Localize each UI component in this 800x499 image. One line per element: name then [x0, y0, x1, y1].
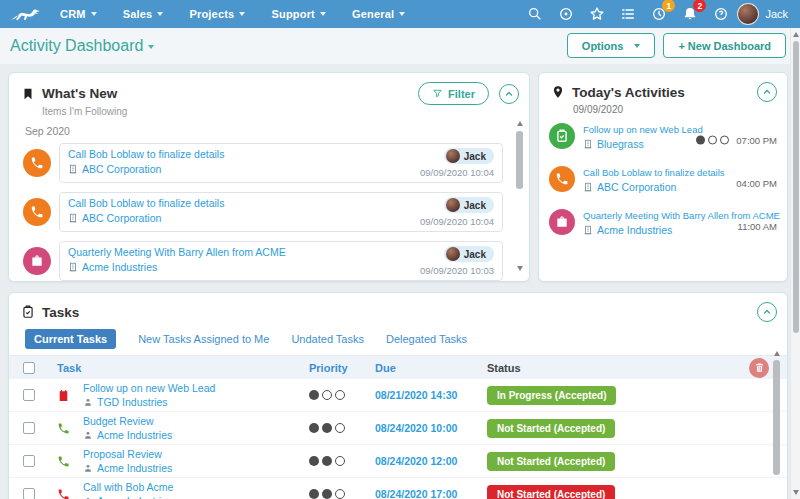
- activity-company[interactable]: Acme Industries: [597, 224, 672, 236]
- tab-delegated-tasks[interactable]: Delegated Tasks: [386, 333, 467, 345]
- activity-company[interactable]: ABC Corporation: [597, 181, 676, 193]
- activity-time: 04:00 PM: [736, 178, 777, 189]
- feed-card[interactable]: Quarterly Meeting With Barry Allen from …: [59, 241, 503, 281]
- task-row[interactable]: Proposal Review Acme Industries 08/24/20…: [9, 445, 787, 478]
- task-company[interactable]: Acme Industries: [97, 429, 172, 441]
- user-pill[interactable]: Jack: [444, 148, 494, 164]
- options-button-label: Options: [582, 40, 624, 52]
- activity-item[interactable]: Quarterly Meeting With Barry Allen from …: [549, 207, 777, 245]
- activity-item[interactable]: Follow up on new Web Lead Bluegrass 07:0…: [549, 121, 777, 159]
- feed-item-company[interactable]: ABC Corporation: [82, 212, 161, 224]
- building-icon: [68, 213, 78, 223]
- task-title[interactable]: Follow up on new Web Lead: [83, 382, 309, 394]
- notifications-icon[interactable]: 2: [682, 6, 698, 22]
- task-row[interactable]: Budget Review Acme Industries 08/24/2020…: [9, 412, 787, 445]
- collapse-todays-activities-button[interactable]: [757, 82, 777, 102]
- kangaroo-logo[interactable]: [10, 5, 44, 23]
- user-pill[interactable]: Jack: [444, 246, 494, 262]
- tab-undated-tasks[interactable]: Undated Tasks: [291, 333, 364, 345]
- user-name: Jack: [765, 8, 788, 20]
- tasks-scrollbar[interactable]: [772, 349, 781, 499]
- column-header-due[interactable]: Due: [375, 362, 487, 374]
- task-due-date[interactable]: 08/24/2020 12:00: [375, 455, 487, 467]
- task-row[interactable]: Follow up on new Web Lead TGD Industries…: [9, 379, 787, 412]
- chevron-down-icon: [399, 12, 405, 16]
- feed-item-company[interactable]: Acme Industries: [82, 261, 157, 273]
- filter-button[interactable]: Filter: [418, 82, 489, 105]
- priority-dot-filled: [309, 423, 319, 433]
- feed-item-title[interactable]: Call Bob Loblaw to finalize details: [68, 197, 224, 209]
- user-menu[interactable]: Jack: [737, 3, 788, 25]
- activities-list: Follow up on new Web Lead Bluegrass 07:0…: [539, 121, 787, 245]
- menu-projects[interactable]: Projects: [189, 8, 245, 20]
- favorites-icon[interactable]: [589, 6, 605, 22]
- tab-current-tasks[interactable]: Current Tasks: [25, 329, 116, 349]
- activity-title[interactable]: Quarterly Meeting With Barry Allen from …: [583, 210, 780, 221]
- feed-item-title[interactable]: Quarterly Meeting With Barry Allen from …: [68, 246, 286, 258]
- chevron-down-icon: [239, 12, 245, 16]
- collapse-whats-new-button[interactable]: [499, 84, 519, 104]
- task-company[interactable]: Acme Industries: [97, 462, 172, 474]
- task-table-header: Task Priority Due Status: [9, 356, 787, 379]
- task-title[interactable]: Budget Review: [83, 415, 309, 427]
- user-pill-name: Jack: [464, 200, 486, 211]
- dashboard-title-dropdown[interactable]: Activity Dashboard: [10, 37, 154, 55]
- user-pill[interactable]: Jack: [444, 197, 494, 213]
- task-row[interactable]: Call with Bob Acme Acme Industries 08/24…: [9, 478, 787, 499]
- building-icon: [68, 262, 78, 272]
- menu-general[interactable]: General: [352, 8, 405, 20]
- row-checkbox[interactable]: [23, 455, 35, 467]
- page-title-text: Activity Dashboard: [10, 37, 143, 55]
- priority-dots: [309, 390, 375, 400]
- feed-item-company[interactable]: ABC Corporation: [82, 163, 161, 175]
- row-checkbox[interactable]: [23, 389, 35, 401]
- new-dashboard-button[interactable]: + New Dashboard: [663, 33, 786, 58]
- search-icon[interactable]: [527, 6, 543, 22]
- task-title[interactable]: Call with Bob Acme: [83, 481, 309, 493]
- avatar: [446, 149, 460, 163]
- activity-log-icon[interactable]: 1: [651, 6, 667, 22]
- task-due-date[interactable]: 08/21/2020 14:30: [375, 389, 487, 401]
- whats-new-scrollbar[interactable]: [515, 119, 524, 273]
- tab-new-tasks-assigned-to-me[interactable]: New Tasks Assigned to Me: [138, 333, 269, 345]
- feed-card[interactable]: Call Bob Loblaw to finalize details ABC …: [59, 143, 503, 183]
- list-view-icon[interactable]: [620, 6, 636, 22]
- menu-support[interactable]: Support: [271, 8, 326, 20]
- help-icon[interactable]: [713, 6, 729, 22]
- whats-new-title: What's New: [42, 86, 117, 101]
- column-header-status[interactable]: Status: [487, 362, 749, 374]
- quick-create-icon[interactable]: [558, 6, 574, 22]
- feed-item-title[interactable]: Call Bob Loblaw to finalize details: [68, 148, 224, 160]
- task-tabs: Current TasksNew Tasks Assigned to MeUnd…: [9, 322, 787, 356]
- task-due-date[interactable]: 08/24/2020 10:00: [375, 422, 487, 434]
- filter-button-label: Filter: [448, 88, 475, 100]
- activity-company[interactable]: Bluegrass: [597, 138, 644, 150]
- activity-time: 11:00 AM: [738, 221, 777, 232]
- activity-item[interactable]: Call Bob Loblaw to finalize details ABC …: [549, 164, 777, 202]
- menu-crm[interactable]: CRM: [60, 8, 97, 20]
- page-scrollbar[interactable]: [790, 28, 800, 499]
- column-header-task[interactable]: Task: [57, 362, 309, 374]
- menu-sales[interactable]: Sales: [123, 8, 164, 20]
- event-icon: [57, 389, 70, 402]
- task-company[interactable]: Acme Industries: [97, 495, 172, 499]
- select-all-checkbox[interactable]: [23, 362, 35, 374]
- task-company[interactable]: TGD Industries: [97, 396, 168, 408]
- row-checkbox[interactable]: [23, 488, 35, 499]
- delete-tasks-button[interactable]: [749, 358, 769, 378]
- task-table-body: Follow up on new Web Lead TGD Industries…: [9, 379, 787, 499]
- task-due-date[interactable]: 08/24/2020 17:00: [375, 488, 487, 499]
- funnel-icon: [432, 88, 443, 99]
- options-button[interactable]: Options: [567, 33, 656, 58]
- task-title[interactable]: Proposal Review: [83, 448, 309, 460]
- activity-title[interactable]: Follow up on new Web Lead: [583, 124, 703, 135]
- todays-activities-date: 09/09/2020: [573, 104, 787, 115]
- row-checkbox[interactable]: [23, 422, 35, 434]
- collapse-tasks-button[interactable]: [757, 302, 777, 322]
- chevron-up-icon: [761, 306, 773, 318]
- feed-card[interactable]: Call Bob Loblaw to finalize details ABC …: [59, 192, 503, 232]
- building-icon: [583, 182, 593, 192]
- user-avatar: [737, 3, 759, 25]
- column-header-priority[interactable]: Priority: [309, 362, 375, 374]
- activity-title[interactable]: Call Bob Loblaw to finalize details: [583, 167, 725, 178]
